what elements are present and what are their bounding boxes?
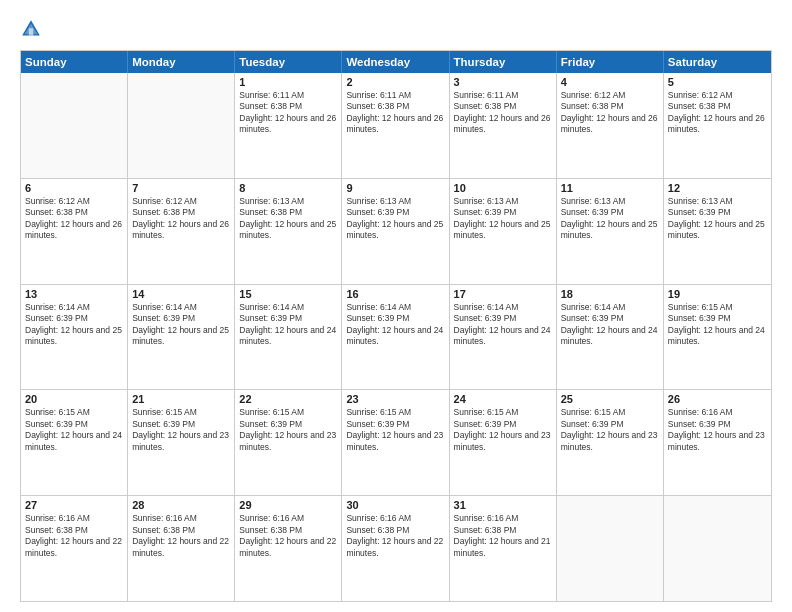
cal-cell — [557, 496, 664, 601]
cal-cell: 16Sunrise: 6:14 AMSunset: 6:39 PMDayligh… — [342, 285, 449, 390]
cal-cell: 31Sunrise: 6:16 AMSunset: 6:38 PMDayligh… — [450, 496, 557, 601]
day-header-saturday: Saturday — [664, 51, 771, 73]
day-number: 31 — [454, 499, 552, 511]
cal-cell: 27Sunrise: 6:16 AMSunset: 6:38 PMDayligh… — [21, 496, 128, 601]
cal-cell: 8Sunrise: 6:13 AMSunset: 6:38 PMDaylight… — [235, 179, 342, 284]
header — [20, 18, 772, 40]
cal-cell: 24Sunrise: 6:15 AMSunset: 6:39 PMDayligh… — [450, 390, 557, 495]
day-number: 5 — [668, 76, 767, 88]
cell-info: Sunrise: 6:13 AMSunset: 6:39 PMDaylight:… — [668, 196, 767, 242]
cell-info: Sunrise: 6:15 AMSunset: 6:39 PMDaylight:… — [132, 407, 230, 453]
day-number: 15 — [239, 288, 337, 300]
day-number: 21 — [132, 393, 230, 405]
cal-cell: 13Sunrise: 6:14 AMSunset: 6:39 PMDayligh… — [21, 285, 128, 390]
cell-info: Sunrise: 6:14 AMSunset: 6:39 PMDaylight:… — [561, 302, 659, 348]
cal-cell: 26Sunrise: 6:16 AMSunset: 6:39 PMDayligh… — [664, 390, 771, 495]
cal-cell — [128, 73, 235, 178]
day-number: 23 — [346, 393, 444, 405]
cell-info: Sunrise: 6:14 AMSunset: 6:39 PMDaylight:… — [454, 302, 552, 348]
cal-cell — [21, 73, 128, 178]
day-number: 30 — [346, 499, 444, 511]
week-row-4: 20Sunrise: 6:15 AMSunset: 6:39 PMDayligh… — [21, 389, 771, 495]
logo-icon — [20, 18, 42, 40]
day-number: 18 — [561, 288, 659, 300]
cal-cell: 2Sunrise: 6:11 AMSunset: 6:38 PMDaylight… — [342, 73, 449, 178]
cell-info: Sunrise: 6:14 AMSunset: 6:39 PMDaylight:… — [239, 302, 337, 348]
logo — [20, 18, 46, 40]
cal-cell: 6Sunrise: 6:12 AMSunset: 6:38 PMDaylight… — [21, 179, 128, 284]
day-number: 9 — [346, 182, 444, 194]
cal-cell: 12Sunrise: 6:13 AMSunset: 6:39 PMDayligh… — [664, 179, 771, 284]
cal-cell: 10Sunrise: 6:13 AMSunset: 6:39 PMDayligh… — [450, 179, 557, 284]
cal-cell: 4Sunrise: 6:12 AMSunset: 6:38 PMDaylight… — [557, 73, 664, 178]
cell-info: Sunrise: 6:16 AMSunset: 6:38 PMDaylight:… — [132, 513, 230, 559]
day-header-thursday: Thursday — [450, 51, 557, 73]
day-number: 29 — [239, 499, 337, 511]
cell-info: Sunrise: 6:15 AMSunset: 6:39 PMDaylight:… — [668, 302, 767, 348]
cal-cell: 7Sunrise: 6:12 AMSunset: 6:38 PMDaylight… — [128, 179, 235, 284]
cal-cell: 3Sunrise: 6:11 AMSunset: 6:38 PMDaylight… — [450, 73, 557, 178]
cal-cell: 28Sunrise: 6:16 AMSunset: 6:38 PMDayligh… — [128, 496, 235, 601]
cell-info: Sunrise: 6:15 AMSunset: 6:39 PMDaylight:… — [346, 407, 444, 453]
cal-cell — [664, 496, 771, 601]
cal-cell: 25Sunrise: 6:15 AMSunset: 6:39 PMDayligh… — [557, 390, 664, 495]
day-header-friday: Friday — [557, 51, 664, 73]
day-number: 10 — [454, 182, 552, 194]
cell-info: Sunrise: 6:12 AMSunset: 6:38 PMDaylight:… — [561, 90, 659, 136]
cal-cell: 5Sunrise: 6:12 AMSunset: 6:38 PMDaylight… — [664, 73, 771, 178]
day-number: 26 — [668, 393, 767, 405]
cal-cell: 19Sunrise: 6:15 AMSunset: 6:39 PMDayligh… — [664, 285, 771, 390]
cell-info: Sunrise: 6:16 AMSunset: 6:38 PMDaylight:… — [239, 513, 337, 559]
day-number: 1 — [239, 76, 337, 88]
day-header-monday: Monday — [128, 51, 235, 73]
day-number: 6 — [25, 182, 123, 194]
cell-info: Sunrise: 6:15 AMSunset: 6:39 PMDaylight:… — [454, 407, 552, 453]
cell-info: Sunrise: 6:14 AMSunset: 6:39 PMDaylight:… — [346, 302, 444, 348]
cal-cell: 14Sunrise: 6:14 AMSunset: 6:39 PMDayligh… — [128, 285, 235, 390]
cell-info: Sunrise: 6:14 AMSunset: 6:39 PMDaylight:… — [132, 302, 230, 348]
cal-cell: 22Sunrise: 6:15 AMSunset: 6:39 PMDayligh… — [235, 390, 342, 495]
day-number: 17 — [454, 288, 552, 300]
day-number: 11 — [561, 182, 659, 194]
day-number: 19 — [668, 288, 767, 300]
cell-info: Sunrise: 6:13 AMSunset: 6:39 PMDaylight:… — [454, 196, 552, 242]
cal-cell: 18Sunrise: 6:14 AMSunset: 6:39 PMDayligh… — [557, 285, 664, 390]
calendar-body: 1Sunrise: 6:11 AMSunset: 6:38 PMDaylight… — [21, 73, 771, 601]
cal-cell: 11Sunrise: 6:13 AMSunset: 6:39 PMDayligh… — [557, 179, 664, 284]
cal-cell: 15Sunrise: 6:14 AMSunset: 6:39 PMDayligh… — [235, 285, 342, 390]
cell-info: Sunrise: 6:15 AMSunset: 6:39 PMDaylight:… — [239, 407, 337, 453]
day-number: 3 — [454, 76, 552, 88]
cal-cell: 29Sunrise: 6:16 AMSunset: 6:38 PMDayligh… — [235, 496, 342, 601]
day-header-wednesday: Wednesday — [342, 51, 449, 73]
day-number: 25 — [561, 393, 659, 405]
cell-info: Sunrise: 6:13 AMSunset: 6:39 PMDaylight:… — [561, 196, 659, 242]
cell-info: Sunrise: 6:12 AMSunset: 6:38 PMDaylight:… — [25, 196, 123, 242]
day-header-sunday: Sunday — [21, 51, 128, 73]
cal-cell: 21Sunrise: 6:15 AMSunset: 6:39 PMDayligh… — [128, 390, 235, 495]
day-number: 8 — [239, 182, 337, 194]
day-number: 13 — [25, 288, 123, 300]
cell-info: Sunrise: 6:12 AMSunset: 6:38 PMDaylight:… — [132, 196, 230, 242]
cell-info: Sunrise: 6:16 AMSunset: 6:38 PMDaylight:… — [346, 513, 444, 559]
cell-info: Sunrise: 6:16 AMSunset: 6:38 PMDaylight:… — [25, 513, 123, 559]
cal-cell: 20Sunrise: 6:15 AMSunset: 6:39 PMDayligh… — [21, 390, 128, 495]
cell-info: Sunrise: 6:13 AMSunset: 6:38 PMDaylight:… — [239, 196, 337, 242]
cell-info: Sunrise: 6:16 AMSunset: 6:39 PMDaylight:… — [668, 407, 767, 453]
week-row-1: 1Sunrise: 6:11 AMSunset: 6:38 PMDaylight… — [21, 73, 771, 178]
page: SundayMondayTuesdayWednesdayThursdayFrid… — [0, 0, 792, 612]
day-number: 7 — [132, 182, 230, 194]
cell-info: Sunrise: 6:15 AMSunset: 6:39 PMDaylight:… — [25, 407, 123, 453]
week-row-3: 13Sunrise: 6:14 AMSunset: 6:39 PMDayligh… — [21, 284, 771, 390]
calendar: SundayMondayTuesdayWednesdayThursdayFrid… — [20, 50, 772, 602]
calendar-header: SundayMondayTuesdayWednesdayThursdayFrid… — [21, 51, 771, 73]
week-row-2: 6Sunrise: 6:12 AMSunset: 6:38 PMDaylight… — [21, 178, 771, 284]
cal-cell: 30Sunrise: 6:16 AMSunset: 6:38 PMDayligh… — [342, 496, 449, 601]
day-number: 20 — [25, 393, 123, 405]
day-number: 24 — [454, 393, 552, 405]
cell-info: Sunrise: 6:11 AMSunset: 6:38 PMDaylight:… — [346, 90, 444, 136]
cell-info: Sunrise: 6:14 AMSunset: 6:39 PMDaylight:… — [25, 302, 123, 348]
week-row-5: 27Sunrise: 6:16 AMSunset: 6:38 PMDayligh… — [21, 495, 771, 601]
day-number: 12 — [668, 182, 767, 194]
day-number: 14 — [132, 288, 230, 300]
day-number: 16 — [346, 288, 444, 300]
